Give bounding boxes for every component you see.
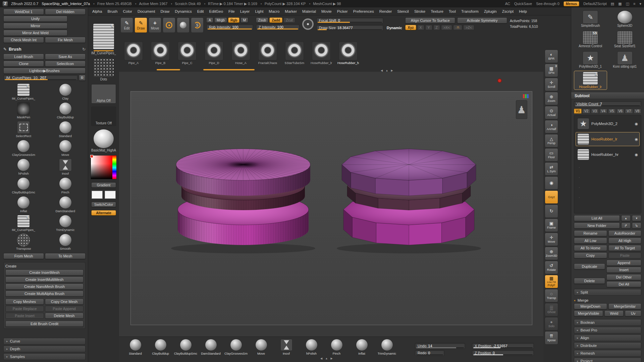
visibility-tab[interactable]: V1: [574, 109, 582, 114]
mirror-and-weld-button[interactable]: Mirror And Weld: [3, 30, 67, 36]
brush-thumbnail[interactable]: 9 IM_CurvePipes_: [3, 83, 44, 102]
subtool-section-header[interactable]: Subtool: [571, 93, 644, 99]
create-brush-button[interactable]: Create InsertMesh: [5, 269, 84, 276]
draw-button[interactable]: Draw: [135, 17, 147, 33]
brush-thumbnail[interactable]: Inoof: [45, 159, 86, 177]
move-button[interactable]: Move: [149, 17, 161, 33]
document-area[interactable]: [130, 91, 532, 325]
menu-item[interactable]: Alpha: [91, 9, 103, 14]
del-all-button[interactable]: Del All: [606, 281, 641, 287]
lightbox-brushes-button[interactable]: Lightbox▶Brushes: [3, 68, 86, 74]
tool-thumbnail[interactable]: SimpleBrush: [574, 9, 607, 28]
paint-mode-button[interactable]: Rgb: [228, 17, 239, 23]
switchcolor-button[interactable]: SwitchColor: [91, 202, 116, 207]
edit-button[interactable]: Edit: [120, 17, 133, 33]
welddist-button[interactable]: WeldDist 1: [3, 9, 44, 15]
gradient-button[interactable]: Gradient: [91, 182, 116, 188]
shelf-button[interactable]: Transp: [545, 289, 558, 302]
insert-mesh-thumbnail[interactable]: 5StarTubeSm: [283, 42, 306, 65]
brush-thumbnail[interactable]: Clay: [45, 83, 86, 102]
subtool-action-button[interactable]: All Low: [574, 238, 607, 244]
del-other-button[interactable]: Del Other: [606, 274, 641, 280]
material-picker[interactable]: BasicMat_HighA: [89, 129, 118, 152]
tool-thumbnail[interactable]: Sphere3D: [608, 9, 642, 28]
alternate-button[interactable]: Alternate: [91, 210, 116, 216]
shelf-button[interactable]: Move: [545, 233, 558, 246]
visibility-tab[interactable]: V8: [634, 109, 641, 114]
brush-ring-button[interactable]: [163, 17, 175, 33]
alpha-ball-button[interactable]: [177, 17, 190, 33]
paint-mode-button[interactable]: A: [206, 17, 213, 23]
panels-icon[interactable]: [626, 2, 629, 6]
merge-button[interactable]: MergeDown: [574, 303, 607, 309]
tool-thumbnail[interactable]: 3 HoseRubber_lr: [574, 71, 607, 90]
color-field[interactable]: [91, 156, 112, 179]
menu-item[interactable]: Preferences: [352, 9, 375, 14]
menu-item[interactable]: Brush: [106, 9, 118, 14]
tool-section-row[interactable]: Align: [574, 335, 641, 341]
brush-thumbnail[interactable]: Inflat: [3, 196, 44, 214]
shelf-button[interactable]: SPix 3: [545, 64, 558, 77]
delete-button[interactable]: Delete: [574, 278, 605, 284]
shelf-button[interactable]: AAHalf: [545, 120, 558, 133]
brush-thumbnail[interactable]: Pinch: [45, 177, 86, 195]
shelf-button[interactable]: Rotate: [545, 261, 558, 274]
visibility-eye-icon[interactable]: [635, 137, 638, 141]
subtool-action-button[interactable]: AutoReorder: [608, 230, 642, 236]
shelf-button[interactable]: Actual: [545, 106, 558, 119]
shelf-button[interactable]: Solo: [545, 317, 558, 330]
merge-button[interactable]: MergeSimilar: [608, 303, 642, 309]
stroke-type-button[interactable]: [191, 17, 204, 33]
insert-mesh-thumbnail[interactable]: Pipe_C: [176, 42, 198, 65]
create-brush-button[interactable]: Create MultiAlpha Brush: [5, 291, 84, 297]
subtool-action-button[interactable]: All To Target: [608, 245, 642, 251]
mesh-clipboard-button[interactable]: Paste Insert: [5, 313, 44, 319]
quick-brush[interactable]: ClayGroovesSm: [224, 339, 248, 355]
quick-brush[interactable]: Pinch: [324, 339, 349, 355]
quick-brush[interactable]: Inflat: [350, 339, 374, 355]
menu-item[interactable]: Macro: [268, 9, 280, 14]
brush-thumbnail[interactable]: Standard: [45, 121, 86, 139]
color-picker[interactable]: [91, 155, 117, 179]
quick-brush[interactable]: hPolish: [299, 339, 324, 355]
tool-thumbnail[interactable]: Seat SizeRef1: [608, 30, 642, 49]
shelf-button[interactable]: Xpose: [545, 331, 558, 345]
rgb-intensity-slider[interactable]: Rgb Intensity 100: [206, 24, 253, 30]
folder-out-button[interactable]: [632, 223, 641, 229]
visibility-tab[interactable]: V7: [625, 109, 633, 114]
brush-thumbnail[interactable]: DamStandard: [45, 196, 86, 214]
symmetry-axis-button[interactable]: >Z<: [463, 25, 474, 30]
symmetry-axis-button[interactable]: Y: [425, 25, 432, 30]
secondary-color-swatch[interactable]: [105, 191, 116, 199]
symmetry-axis-button[interactable]: -Y-: [453, 25, 462, 30]
list-all-button[interactable]: List All: [574, 215, 620, 221]
activate-symmetry-button[interactable]: Activate Symmetry: [457, 17, 507, 23]
del-hidden-button[interactable]: Del Hidden: [45, 9, 86, 15]
clone-button[interactable]: Clone: [3, 61, 44, 67]
collapsed-palette-row[interactable]: Depth: [3, 346, 86, 352]
tool-thumbnail[interactable]: PolyMesh3D_1: [574, 50, 607, 69]
texture-picker[interactable]: Texture Off: [91, 107, 116, 126]
insert-mesh-thumbnail[interactable]: Pipe_D: [203, 42, 225, 65]
symmetry-axis-button[interactable]: X: [417, 25, 424, 30]
select-icon-button[interactable]: SelectIcon: [45, 61, 86, 67]
quick-brush[interactable]: Inoof: [274, 339, 299, 355]
shelf-button[interactable]: Zoom3D: [545, 247, 558, 260]
subtool-item[interactable]: HoseRubber_hr: [576, 147, 640, 162]
menu-item[interactable]: Help: [518, 9, 528, 14]
undo-slider[interactable]: Undo 14: [415, 343, 465, 349]
merge-button[interactable]: Weld: [604, 310, 624, 316]
visibility-tab[interactable]: V4: [599, 109, 607, 114]
duplicate-button[interactable]: Duplicate: [574, 263, 605, 269]
quicksave-button[interactable]: QuickSave: [514, 2, 532, 6]
symmetry-axis-button[interactable]: >X<: [441, 25, 452, 30]
z-intensity-slider[interactable]: Z Intensity 100: [256, 24, 300, 30]
edit-brush-credit-button[interactable]: Edit Brush Credit: [5, 321, 84, 327]
from-mesh-button[interactable]: From Mesh: [3, 253, 44, 259]
shelf-button[interactable]: Persp: [545, 134, 558, 147]
mesh-clipboard-button[interactable]: Copy One Mesh: [45, 299, 84, 305]
insert-mesh-thumbnail[interactable]: Pipe_B: [149, 42, 171, 65]
tool-section-row[interactable]: Distribute: [574, 342, 641, 349]
stroke-picker[interactable]: Dots: [89, 58, 118, 81]
shelf-button[interactable]: Floor: [545, 148, 558, 162]
